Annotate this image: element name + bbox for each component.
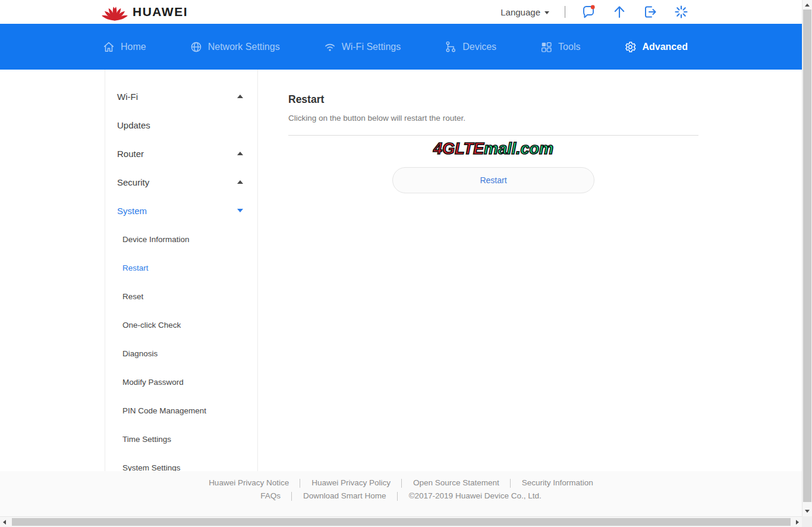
home-icon: [102, 40, 115, 54]
message-icon[interactable]: [581, 4, 596, 20]
globe-icon: [190, 40, 203, 54]
sidebar-item-modify-password[interactable]: Modify Password: [105, 368, 257, 396]
link-download-smart-home[interactable]: Download Smart Home: [292, 491, 398, 500]
wifi-icon: [323, 40, 336, 54]
devices-topology-icon: [444, 40, 457, 54]
scroll-down-arrow-icon[interactable]: [805, 510, 810, 513]
scroll-up-arrow-icon[interactable]: [805, 4, 810, 7]
vertical-scrollbar-thumb[interactable]: [803, 10, 811, 502]
sidebar-group-wifi[interactable]: Wi-Fi: [105, 82, 257, 111]
content-divider: [288, 135, 698, 136]
link-faqs[interactable]: FAQs: [249, 491, 292, 500]
tab-label: Advanced: [642, 42, 687, 52]
link-huawei-privacy-notice[interactable]: Huawei Privacy Notice: [197, 478, 300, 487]
top-header: HUAWEI Language: [0, 0, 802, 24]
tab-network-settings[interactable]: Network Settings: [190, 40, 280, 54]
sidebar-group-label: Wi-Fi: [117, 92, 138, 102]
tools-grid-icon: [540, 40, 553, 54]
collapse-arrow-icon: [237, 152, 243, 155]
chevron-down-icon: [545, 11, 549, 14]
link-huawei-privacy-policy[interactable]: Huawei Privacy Policy: [300, 478, 402, 487]
main-nav: Home Network Settings Wi-Fi Settings: [0, 24, 802, 70]
gear-icon: [624, 40, 637, 54]
sidebar-group-label: Router: [117, 149, 144, 159]
huawei-logo: HUAWEI: [101, 2, 188, 21]
sidebar-group-system[interactable]: System: [105, 196, 257, 225]
sidebar-item-device-information[interactable]: Device Information: [105, 225, 257, 253]
link-security-information[interactable]: Security Information: [511, 478, 605, 487]
language-dropdown[interactable]: Language: [501, 7, 549, 17]
scrollbar-corner: [802, 516, 812, 527]
loading-spinner-icon[interactable]: [673, 4, 689, 20]
vertical-scrollbar[interactable]: [802, 0, 812, 516]
watermark-part1: 4GLTE: [433, 140, 484, 158]
sidebar-group-router[interactable]: Router: [105, 139, 257, 168]
sidebar-item-label: Device Information: [122, 235, 190, 244]
sidebar-item-pin-code-management[interactable]: PIN Code Management: [105, 396, 257, 425]
tab-wifi-settings[interactable]: Wi-Fi Settings: [323, 40, 401, 54]
huawei-flower-icon: [101, 2, 128, 21]
horizontal-scrollbar[interactable]: [0, 516, 802, 527]
sidebar-item-label: Reset: [122, 292, 143, 301]
tab-label: Network Settings: [208, 42, 280, 52]
tab-advanced[interactable]: Advanced: [624, 40, 687, 54]
sidebar-item-reset[interactable]: Reset: [105, 282, 257, 310]
tab-home[interactable]: Home: [102, 40, 146, 54]
language-label: Language: [501, 7, 540, 17]
main-content: Restart Clicking on the button below wil…: [288, 70, 698, 193]
sidebar-item-label: One-click Check: [122, 321, 181, 330]
sidebar-group-label: Updates: [117, 120, 150, 130]
page-title: Restart: [288, 93, 698, 106]
collapse-arrow-icon: [237, 95, 243, 98]
sidebar-item-label: PIN Code Management: [122, 406, 206, 415]
sidebar-item-label: Time Settings: [122, 435, 171, 444]
sidebar-group-label: System: [117, 206, 147, 216]
tab-tools[interactable]: Tools: [540, 40, 580, 54]
watermark-part2: mall.com: [484, 140, 553, 158]
header-controls: Language: [501, 4, 689, 20]
page-description: Clicking on the button below will restar…: [288, 114, 698, 123]
sidebar-group-security[interactable]: Security: [105, 168, 257, 196]
sidebar-item-restart[interactable]: Restart: [105, 253, 257, 282]
tab-label: Tools: [558, 42, 580, 52]
sidebar-item-time-settings[interactable]: Time Settings: [105, 425, 257, 453]
tab-label: Wi-Fi Settings: [342, 42, 401, 52]
upload-arrow-icon[interactable]: [612, 4, 627, 20]
tab-label: Home: [121, 42, 146, 52]
tab-devices[interactable]: Devices: [444, 40, 496, 54]
scroll-right-arrow-icon[interactable]: [796, 520, 799, 525]
4gltemall-watermark: 4GLTEmall.com: [288, 139, 698, 159]
restart-button[interactable]: Restart: [392, 167, 594, 193]
logo-wordmark: HUAWEI: [133, 5, 188, 19]
sidebar-item-label: Diagnosis: [122, 349, 158, 358]
copyright-text: ©2017-2019 Huawei Device Co., Ltd.: [398, 491, 553, 500]
settings-sidebar: Wi-Fi Updates Router Security System Dev…: [105, 70, 258, 482]
collapse-arrow-icon: [237, 180, 243, 184]
header-divider: [565, 6, 565, 18]
expand-arrow-icon: [237, 209, 243, 212]
sidebar-group-updates[interactable]: Updates: [105, 111, 257, 139]
scroll-left-arrow-icon[interactable]: [3, 520, 6, 525]
sidebar-item-diagnosis[interactable]: Diagnosis: [105, 339, 257, 368]
sidebar-item-label: Restart: [122, 264, 149, 272]
logout-icon[interactable]: [643, 4, 658, 20]
sidebar-item-label: Modify Password: [122, 378, 184, 387]
page-footer: Huawei Privacy Notice Huawei Privacy Pol…: [0, 471, 802, 516]
sidebar-group-label: Security: [117, 177, 149, 187]
horizontal-scrollbar-thumb[interactable]: [12, 518, 791, 526]
tab-label: Devices: [462, 42, 496, 52]
link-open-source-statement[interactable]: Open Source Statement: [402, 478, 511, 487]
sidebar-item-one-click-check[interactable]: One-click Check: [105, 310, 257, 339]
router-admin-page: HUAWEI Language: [0, 0, 812, 527]
